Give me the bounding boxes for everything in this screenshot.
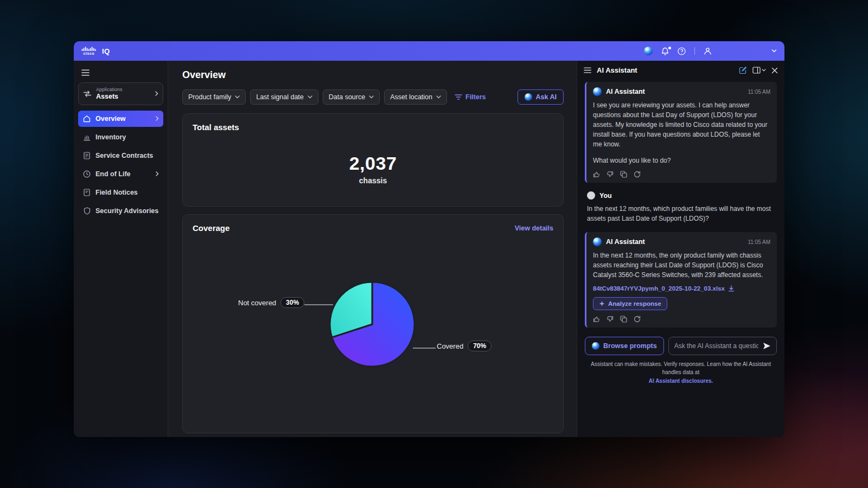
topbar-divider [694,47,695,55]
sidebar-item-overview[interactable]: Overview [78,111,163,127]
chevron-right-icon [156,116,159,121]
filter-data-source[interactable]: Data source [323,89,380,105]
page-title: Overview [182,69,564,81]
not-covered-label: Not covered 30% [238,297,304,308]
coverage-title: Coverage [193,223,229,233]
coverage-card: Coverage View details Not covered 30% Co… [182,214,564,433]
assistant-disclaimer: Assistant can make mistakes. Verify resp… [577,355,784,386]
thumbs-up-icon[interactable] [593,316,600,323]
filter-label: Asset location [390,93,432,101]
application-name: Assets [96,93,151,101]
background: cisco IQ [0,0,868,488]
chevron-right-icon [155,91,158,96]
browse-prompts-button[interactable]: Browse prompts [585,337,664,355]
disclaimer-text: Assistant can make mistakes. Verify resp… [591,361,771,376]
filter-icon [455,94,462,100]
assistant-input-wrap [668,337,777,355]
ai-assistant-toggle-icon[interactable] [644,47,653,55]
regenerate-icon[interactable] [634,171,641,178]
sidebar-item-end-of-life[interactable]: End of Life [78,166,163,182]
help-icon[interactable] [678,47,686,55]
applications-icon [83,90,92,98]
sidebar-item-label: Security Advisories [95,207,158,215]
download-icon [728,285,735,292]
coverage-pie-chart [318,270,426,378]
sidebar-item-label: Inventory [95,133,126,141]
user-account-icon[interactable] [704,47,712,55]
sidebar-nav: Overview Inventory [78,111,163,219]
chevron-right-icon [156,171,159,176]
sidebar-item-service-contracts[interactable]: Service Contracts [78,147,163,164]
message-sender: AI Assistant [606,88,645,95]
filter-asset-location[interactable]: Asset location [384,89,447,105]
copy-icon[interactable] [620,316,627,323]
covered-value-pill: 70% [468,341,492,351]
filter-label: Last signal date [256,93,304,101]
analyze-response-button[interactable]: Analyze response [593,297,667,310]
assistant-messages: AI Assistant 11:05 AM I see you are revi… [577,78,784,328]
filters-button[interactable]: Filters [455,93,486,101]
filter-last-signal-date[interactable]: Last signal date [250,89,318,105]
thumbs-down-icon[interactable] [607,171,614,178]
sidebar-item-inventory[interactable]: Inventory [78,129,163,145]
assistant-header: AI Assistant [577,61,784,78]
browse-prompts-label: Browse prompts [603,342,657,350]
notice-document-icon [82,189,91,196]
close-assistant-icon[interactable] [771,67,778,74]
filter-label: Data source [329,93,365,101]
assistant-message: AI Assistant 11:05 AM I see you are revi… [585,82,777,183]
sidebar-item-field-notices[interactable]: Field Notices [78,184,163,201]
user-message: You In the next 12 months, which product… [585,190,777,224]
sidebar-item-security-advisories[interactable]: Security Advisories [78,203,163,219]
sidebar: Applications Assets Overview [74,61,168,437]
ask-ai-label: Ask AI [536,93,557,101]
filter-product-family[interactable]: Product family [182,89,246,105]
message-header: You [587,191,775,200]
topbar-actions [644,47,777,55]
attachment-link[interactable]: 84tCv83847rYVJpymh_0_2025-10-22_03.xlsx [593,285,770,292]
message-timestamp: 11:05 AM [748,239,770,245]
sidebar-menu-icon[interactable] [78,66,93,82]
window-chevron-down-icon[interactable] [771,49,777,53]
topbar: cisco IQ [74,41,784,61]
total-assets-title: Total assets [193,123,239,132]
window-body: Applications Assets Overview [74,61,784,437]
send-icon[interactable] [763,342,771,350]
application-meta: Applications Assets [96,87,151,101]
total-assets-value-block: 2,037 chassis [183,153,563,185]
panel-layout-icon[interactable] [752,67,766,74]
view-details-link[interactable]: View details [515,224,553,232]
main-content: Overview Product family Last signal date… [168,61,577,437]
application-switcher[interactable]: Applications Assets [78,82,163,105]
assistant-question-input[interactable] [674,342,758,350]
filter-label: Product family [188,93,231,101]
new-chat-icon[interactable] [739,66,747,74]
app-window: cisco IQ [74,41,784,437]
ask-ai-button[interactable]: Ask AI [518,89,564,105]
total-assets-card: Total assets 2,037 chassis [182,113,564,207]
message-text: In the next 12 months, which product fam… [587,204,775,223]
message-sender: You [599,192,612,200]
thumbs-down-icon[interactable] [607,316,614,323]
applications-label: Applications [96,87,151,93]
sidebar-item-label: Service Contracts [95,152,153,159]
filter-row: Product family Last signal date Data sou… [182,89,564,105]
ai-orb-icon [592,342,599,350]
attachment-filename: 84tCv83847rYVJpymh_0_2025-10-22_03.xlsx [593,285,725,292]
message-text: In the next 12 months, the only product … [593,251,770,280]
regenerate-icon[interactable] [634,316,641,323]
notifications-icon[interactable] [661,47,669,55]
filters-button-label: Filters [465,93,486,101]
assistant-menu-icon[interactable] [584,67,591,73]
copy-icon[interactable] [620,171,627,178]
message-actions [593,316,770,323]
assistant-header-actions [739,66,778,74]
inventory-chart-icon [82,133,91,141]
covered-text: Covered [437,342,463,350]
disclaimer-link[interactable]: AI Assistant disclosures. [588,377,774,386]
ai-orb-icon [644,47,653,55]
cisco-bars-icon [81,47,97,51]
thumbs-up-icon[interactable] [593,171,600,178]
not-covered-callout-line [304,304,333,305]
product-brand: IQ [102,47,110,55]
